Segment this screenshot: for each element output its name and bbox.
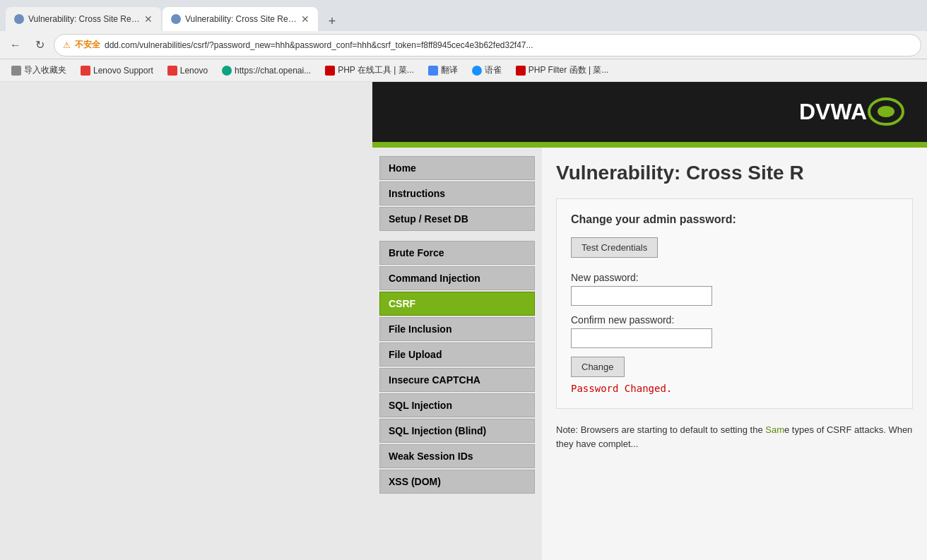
- bookmark-lenovo-support-label: Lenovo Support: [93, 66, 153, 76]
- bookmark-lenovo-label: Lenovo: [180, 66, 208, 76]
- bookmark-yuque-label: 语雀: [485, 64, 502, 76]
- bookmark-lenovo[interactable]: Lenovo: [162, 64, 213, 78]
- confirm-password-input[interactable]: [571, 328, 712, 348]
- bookmark-import-icon: [11, 66, 21, 76]
- sidebar-item-file-upload[interactable]: File Upload: [379, 342, 535, 367]
- green-bar: [372, 142, 927, 148]
- bookmark-openai-icon: [222, 66, 232, 76]
- sidebar-item-file-inclusion[interactable]: File Inclusion: [379, 317, 535, 341]
- sidebar-item-sql-injection[interactable]: SQL Injection: [379, 393, 535, 417]
- url-display: ddd.com/vulnerabilities/csrf/?password_n…: [105, 40, 533, 50]
- note-text-start: Note: Browsers are starting to default t…: [556, 424, 765, 435]
- sidebar-item-weak-session-ids[interactable]: Weak Session IDs: [379, 444, 535, 468]
- bookmark-openai[interactable]: https://chat.openai...: [216, 64, 317, 78]
- tab-1-icon: [14, 14, 24, 24]
- sidebar-item-brute-force[interactable]: Brute Force: [379, 241, 535, 265]
- bookmark-lenovo-support-icon: [81, 66, 90, 76]
- bookmark-lenovo-icon: [167, 66, 177, 76]
- sidebar-item-instructions[interactable]: Instructions: [379, 181, 535, 205]
- change-button[interactable]: Change: [571, 357, 625, 377]
- bookmark-translate-label: 翻译: [441, 64, 458, 76]
- dvwa-header: DVWA: [372, 82, 927, 142]
- page-title: Vulnerability: Cross Site R: [556, 162, 913, 184]
- bookmark-openai-label: https://chat.openai...: [235, 66, 311, 76]
- bookmark-yuque[interactable]: 语雀: [466, 62, 507, 78]
- address-bar[interactable]: ⚠ 不安全 ddd.com/vulnerabilities/csrf/?pass…: [54, 34, 921, 56]
- new-tab-button[interactable]: +: [322, 11, 342, 31]
- browser-chrome: Vulnerability: Cross Site Request ✕ Vuln…: [0, 0, 927, 82]
- sidebar: Home Instructions Setup / Reset DB Brute…: [372, 148, 542, 560]
- bookmark-translate-icon: [428, 66, 438, 76]
- tab-1-title: Vulnerability: Cross Site Request: [28, 14, 140, 24]
- refresh-button[interactable]: ↻: [30, 35, 49, 55]
- svg-point-1: [878, 106, 894, 117]
- bookmark-lenovo-support[interactable]: Lenovo Support: [75, 64, 159, 78]
- tab-2-icon: [171, 14, 181, 24]
- bookmarks-bar: 导入收藏夹 Lenovo Support Lenovo https://chat…: [0, 59, 927, 82]
- bookmark-php-tools-label: PHP 在线工具 | 菜...: [338, 64, 414, 76]
- change-btn-group: Change: [571, 357, 898, 377]
- nav-bar: ← ↻ ⚠ 不安全 ddd.com/vulnerabilities/csrf/?…: [0, 31, 927, 59]
- new-password-input[interactable]: [571, 286, 712, 306]
- test-credentials-section: Test Credentials: [571, 237, 898, 258]
- dvwa-logo-text: DVWA: [799, 99, 867, 125]
- bookmark-php-filter[interactable]: PHP Filter 函数 | 菜...: [510, 62, 615, 78]
- left-blank-area: [0, 82, 372, 560]
- dvwa-logo: DVWA: [799, 96, 906, 128]
- bookmark-translate[interactable]: 翻译: [423, 62, 464, 78]
- tab-1-close[interactable]: ✕: [144, 13, 153, 25]
- bookmark-php-filter-label: PHP Filter 函数 | 菜...: [529, 64, 609, 76]
- sidebar-item-home[interactable]: Home: [379, 156, 535, 180]
- sidebar-item-insecure-captcha[interactable]: Insecure CAPTCHA: [379, 368, 535, 392]
- sidebar-nav-group: Brute Force Command Injection CSRF File …: [372, 241, 542, 494]
- security-warning-label: 不安全: [75, 39, 100, 51]
- back-button[interactable]: ←: [6, 35, 25, 55]
- bookmark-php-tools-icon: [325, 66, 335, 76]
- page-content: DVWA Home Instructions Setup / Reset DB: [0, 82, 927, 560]
- confirm-password-group: Confirm new password:: [571, 314, 898, 348]
- test-credentials-button[interactable]: Test Credentials: [571, 237, 658, 258]
- sidebar-item-csrf[interactable]: CSRF: [379, 292, 535, 316]
- note-section: Note: Browsers are starting to default t…: [556, 423, 913, 451]
- new-password-label: New password:: [571, 272, 898, 283]
- sidebar-top-group: Home Instructions Setup / Reset DB: [372, 156, 542, 231]
- bookmark-php-tools[interactable]: PHP 在线工具 | 菜...: [319, 62, 420, 78]
- bookmark-import-label: 导入收藏夹: [24, 64, 66, 76]
- tab-bar: Vulnerability: Cross Site Request ✕ Vuln…: [0, 0, 927, 31]
- csrf-card: Change your admin password: Test Credent…: [556, 198, 913, 409]
- sidebar-item-xss-dom[interactable]: XSS (DOM): [379, 470, 535, 494]
- content-area: Vulnerability: Cross Site R Change your …: [542, 148, 927, 560]
- bookmark-php-filter-icon: [516, 66, 526, 76]
- tab-2[interactable]: Vulnerability: Cross Site Request ✕: [163, 7, 318, 31]
- main-area: Home Instructions Setup / Reset DB Brute…: [372, 148, 927, 560]
- sidebar-item-sql-injection-blind[interactable]: SQL Injection (Blind): [379, 419, 535, 443]
- bookmark-yuque-icon: [472, 66, 482, 76]
- confirm-password-label: Confirm new password:: [571, 314, 898, 326]
- security-warning-icon: ⚠: [63, 40, 71, 50]
- card-label: Change your admin password:: [571, 213, 898, 226]
- new-password-group: New password:: [571, 272, 898, 306]
- bookmark-import[interactable]: 导入收藏夹: [6, 62, 72, 78]
- right-content: DVWA Home Instructions Setup / Reset DB: [372, 82, 927, 560]
- tab-2-close[interactable]: ✕: [301, 13, 309, 25]
- sidebar-item-setup[interactable]: Setup / Reset DB: [379, 207, 535, 231]
- tab-1[interactable]: Vulnerability: Cross Site Request ✕: [6, 7, 161, 31]
- note-link[interactable]: Sam: [765, 424, 784, 435]
- sidebar-separator: [372, 234, 542, 239]
- dvwa-logo-swoosh: [867, 96, 906, 128]
- success-message: Password Changed.: [571, 383, 898, 394]
- tab-2-title: Vulnerability: Cross Site Request: [185, 14, 297, 24]
- sidebar-item-command-injection[interactable]: Command Injection: [379, 266, 535, 290]
